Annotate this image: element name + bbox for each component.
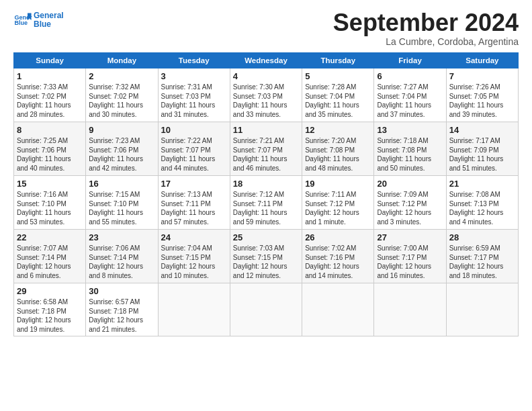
- table-row: 6Sunrise: 7:27 AM Sunset: 7:04 PM Daylig…: [374, 68, 446, 122]
- table-row: 9Sunrise: 7:23 AM Sunset: 7:06 PM Daylig…: [86, 122, 158, 176]
- header-tuesday: Tuesday: [158, 53, 230, 68]
- day-number: 17: [161, 179, 227, 189]
- table-row: 3Sunrise: 7:31 AM Sunset: 7:03 PM Daylig…: [158, 68, 230, 122]
- table-row: [158, 283, 230, 336]
- table-row: 14Sunrise: 7:17 AM Sunset: 7:09 PM Dayli…: [446, 122, 518, 176]
- table-row: 12Sunrise: 7:20 AM Sunset: 7:08 PM Dayli…: [302, 122, 374, 176]
- table-row: 28Sunrise: 6:59 AM Sunset: 7:17 PM Dayli…: [446, 230, 518, 283]
- table-row: 15Sunrise: 7:16 AM Sunset: 7:10 PM Dayli…: [14, 176, 86, 230]
- day-content: Sunrise: 7:12 AM Sunset: 7:11 PM Dayligh…: [233, 190, 299, 226]
- table-row: 2Sunrise: 7:32 AM Sunset: 7:02 PM Daylig…: [86, 68, 158, 122]
- table-row: 1Sunrise: 7:33 AM Sunset: 7:02 PM Daylig…: [14, 68, 86, 122]
- day-content: Sunrise: 7:11 AM Sunset: 7:12 PM Dayligh…: [305, 190, 371, 226]
- page: General Blue General Blue September 2024…: [0, 0, 532, 343]
- day-content: Sunrise: 7:00 AM Sunset: 7:17 PM Dayligh…: [377, 244, 443, 280]
- day-number: 3: [161, 71, 227, 81]
- day-content: Sunrise: 7:23 AM Sunset: 7:06 PM Dayligh…: [89, 136, 154, 173]
- day-number: 16: [89, 179, 154, 189]
- logo-icon: General Blue: [13, 11, 32, 30]
- table-row: 27Sunrise: 7:00 AM Sunset: 7:17 PM Dayli…: [374, 230, 446, 283]
- table-row: 7Sunrise: 7:26 AM Sunset: 7:05 PM Daylig…: [446, 68, 518, 122]
- logo-text-blue: Blue: [34, 20, 64, 29]
- table-row: 16Sunrise: 7:15 AM Sunset: 7:10 PM Dayli…: [86, 176, 158, 230]
- table-row: 23Sunrise: 7:06 AM Sunset: 7:14 PM Dayli…: [86, 230, 158, 283]
- day-number: 26: [305, 232, 371, 242]
- table-row: 25Sunrise: 7:03 AM Sunset: 7:15 PM Dayli…: [230, 230, 302, 283]
- header-friday: Friday: [374, 53, 446, 68]
- table-row: 29Sunrise: 6:58 AM Sunset: 7:18 PM Dayli…: [14, 283, 86, 336]
- header-wednesday: Wednesday: [230, 53, 302, 68]
- day-content: Sunrise: 6:58 AM Sunset: 7:18 PM Dayligh…: [17, 298, 83, 334]
- header-sunday: Sunday: [14, 53, 86, 68]
- table-row: 5Sunrise: 7:28 AM Sunset: 7:04 PM Daylig…: [302, 68, 374, 122]
- table-row: 26Sunrise: 7:02 AM Sunset: 7:16 PM Dayli…: [302, 230, 374, 283]
- title-block: September 2024 La Cumbre, Cordoba, Argen…: [333, 11, 519, 47]
- table-row: [302, 283, 374, 336]
- day-content: Sunrise: 7:30 AM Sunset: 7:03 PM Dayligh…: [233, 83, 299, 119]
- day-number: 6: [377, 71, 443, 81]
- day-content: Sunrise: 7:25 AM Sunset: 7:06 PM Dayligh…: [17, 136, 83, 173]
- header-saturday: Saturday: [446, 53, 518, 68]
- day-content: Sunrise: 7:13 AM Sunset: 7:11 PM Dayligh…: [161, 190, 227, 226]
- day-content: Sunrise: 7:17 AM Sunset: 7:09 PM Dayligh…: [449, 136, 515, 173]
- table-row: 4Sunrise: 7:30 AM Sunset: 7:03 PM Daylig…: [230, 68, 302, 122]
- day-number: 1: [17, 71, 83, 81]
- day-number: 28: [449, 232, 515, 242]
- day-content: Sunrise: 7:08 AM Sunset: 7:13 PM Dayligh…: [449, 190, 515, 226]
- table-row: [374, 283, 446, 336]
- day-content: Sunrise: 7:28 AM Sunset: 7:04 PM Dayligh…: [305, 83, 371, 119]
- day-content: Sunrise: 7:06 AM Sunset: 7:14 PM Dayligh…: [89, 244, 154, 280]
- calendar-week-4: 22Sunrise: 7:07 AM Sunset: 7:14 PM Dayli…: [14, 230, 519, 283]
- table-row: [230, 283, 302, 336]
- day-content: Sunrise: 7:03 AM Sunset: 7:15 PM Dayligh…: [233, 244, 299, 280]
- day-number: 15: [17, 179, 83, 189]
- table-row: 8Sunrise: 7:25 AM Sunset: 7:06 PM Daylig…: [14, 122, 86, 176]
- calendar-week-3: 15Sunrise: 7:16 AM Sunset: 7:10 PM Dayli…: [14, 176, 519, 230]
- day-number: 13: [377, 125, 443, 135]
- calendar-week-2: 8Sunrise: 7:25 AM Sunset: 7:06 PM Daylig…: [14, 122, 519, 176]
- day-number: 30: [89, 286, 154, 296]
- day-number: 21: [449, 179, 515, 189]
- header: General Blue General Blue September 2024…: [13, 11, 519, 47]
- day-number: 19: [305, 179, 371, 189]
- table-row: [446, 283, 518, 336]
- day-content: Sunrise: 6:57 AM Sunset: 7:18 PM Dayligh…: [89, 298, 154, 334]
- logo: General Blue General Blue: [13, 11, 64, 30]
- location: La Cumbre, Cordoba, Argentina: [333, 36, 519, 47]
- day-content: Sunrise: 7:33 AM Sunset: 7:02 PM Dayligh…: [17, 83, 83, 119]
- table-row: 18Sunrise: 7:12 AM Sunset: 7:11 PM Dayli…: [230, 176, 302, 230]
- day-number: 5: [305, 71, 371, 81]
- header-monday: Monday: [86, 53, 158, 68]
- table-row: 10Sunrise: 7:22 AM Sunset: 7:07 PM Dayli…: [158, 122, 230, 176]
- day-number: 9: [89, 125, 154, 135]
- day-content: Sunrise: 7:16 AM Sunset: 7:10 PM Dayligh…: [17, 190, 83, 226]
- day-content: Sunrise: 7:26 AM Sunset: 7:05 PM Dayligh…: [449, 83, 515, 119]
- day-number: 11: [233, 125, 299, 135]
- day-number: 29: [17, 286, 83, 296]
- table-row: 30Sunrise: 6:57 AM Sunset: 7:18 PM Dayli…: [86, 283, 158, 336]
- weekday-header-row: Sunday Monday Tuesday Wednesday Thursday…: [14, 53, 519, 68]
- table-row: 22Sunrise: 7:07 AM Sunset: 7:14 PM Dayli…: [14, 230, 86, 283]
- day-content: Sunrise: 7:07 AM Sunset: 7:14 PM Dayligh…: [17, 244, 83, 280]
- table-row: 21Sunrise: 7:08 AM Sunset: 7:13 PM Dayli…: [446, 176, 518, 230]
- day-number: 10: [161, 125, 227, 135]
- day-content: Sunrise: 7:18 AM Sunset: 7:08 PM Dayligh…: [377, 136, 443, 173]
- day-content: Sunrise: 7:31 AM Sunset: 7:03 PM Dayligh…: [161, 83, 227, 119]
- day-content: Sunrise: 7:02 AM Sunset: 7:16 PM Dayligh…: [305, 244, 371, 280]
- day-number: 20: [377, 179, 443, 189]
- day-content: Sunrise: 7:04 AM Sunset: 7:15 PM Dayligh…: [161, 244, 227, 280]
- day-number: 4: [233, 71, 299, 81]
- table-row: 20Sunrise: 7:09 AM Sunset: 7:12 PM Dayli…: [374, 176, 446, 230]
- table-row: 19Sunrise: 7:11 AM Sunset: 7:12 PM Dayli…: [302, 176, 374, 230]
- day-number: 23: [89, 232, 154, 242]
- day-content: Sunrise: 7:09 AM Sunset: 7:12 PM Dayligh…: [377, 190, 443, 226]
- month-title: September 2024: [333, 11, 519, 35]
- day-content: Sunrise: 6:59 AM Sunset: 7:17 PM Dayligh…: [449, 244, 515, 280]
- day-number: 24: [161, 232, 227, 242]
- table-row: 24Sunrise: 7:04 AM Sunset: 7:15 PM Dayli…: [158, 230, 230, 283]
- table-row: 17Sunrise: 7:13 AM Sunset: 7:11 PM Dayli…: [158, 176, 230, 230]
- day-content: Sunrise: 7:15 AM Sunset: 7:10 PM Dayligh…: [89, 190, 154, 226]
- svg-text:Blue: Blue: [14, 19, 28, 26]
- day-content: Sunrise: 7:21 AM Sunset: 7:07 PM Dayligh…: [233, 136, 299, 173]
- table-row: 13Sunrise: 7:18 AM Sunset: 7:08 PM Dayli…: [374, 122, 446, 176]
